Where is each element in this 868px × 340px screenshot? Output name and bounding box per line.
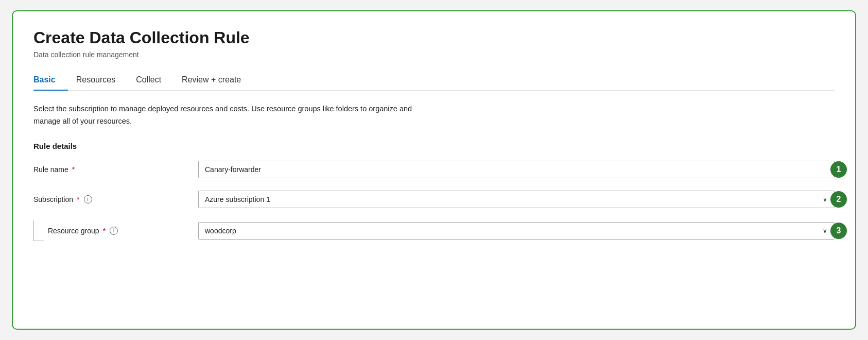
resource-group-info-icon[interactable]: i <box>110 227 118 235</box>
tab-navigation: Basic Resources Collect Review + create <box>33 71 835 91</box>
subscription-select-wrapper: Azure subscription 1 Azure subscription … <box>198 191 835 208</box>
subscription-required-star: * <box>77 195 79 203</box>
subscription-badge: 2 <box>830 191 847 208</box>
form-description: Select the subscription to manage deploy… <box>33 103 435 127</box>
resource-group-select[interactable]: woodcorp default test-group <box>198 222 835 240</box>
rule-name-label: Rule name * <box>33 165 198 174</box>
page-title: Create Data Collection Rule <box>33 28 835 47</box>
rule-details-section-title: Rule details <box>33 142 835 150</box>
page-subtitle: Data collection rule management <box>33 50 835 59</box>
subscription-label: Subscription * i <box>33 195 198 203</box>
rule-name-row: Rule name * 1 <box>33 161 835 178</box>
subscription-info-icon[interactable]: i <box>84 195 92 203</box>
rule-name-required-star: * <box>72 165 75 174</box>
subscription-select[interactable]: Azure subscription 1 Azure subscription … <box>198 191 835 208</box>
resource-group-required-star: * <box>103 227 106 235</box>
tab-resources[interactable]: Resources <box>76 71 128 91</box>
rule-name-input-wrapper: 1 <box>198 161 835 178</box>
rule-name-input[interactable] <box>198 161 835 178</box>
tab-collect[interactable]: Collect <box>136 71 173 91</box>
indent-line <box>33 220 44 241</box>
subscription-row: Subscription * i Azure subscription 1 Az… <box>33 191 835 208</box>
resource-group-badge: 3 <box>830 223 847 239</box>
tab-basic[interactable]: Basic <box>33 71 68 91</box>
resource-group-label-area: Resource group * i <box>33 220 198 241</box>
resource-group-row: Resource group * i woodcorp default test… <box>33 220 835 241</box>
main-card: Create Data Collection Rule Data collect… <box>12 10 856 330</box>
tab-review-create[interactable]: Review + create <box>182 71 253 91</box>
rule-name-badge: 1 <box>830 161 847 178</box>
resource-group-select-wrapper: woodcorp default test-group ∨ 3 <box>198 222 835 240</box>
resource-group-label: Resource group * i <box>48 227 118 235</box>
